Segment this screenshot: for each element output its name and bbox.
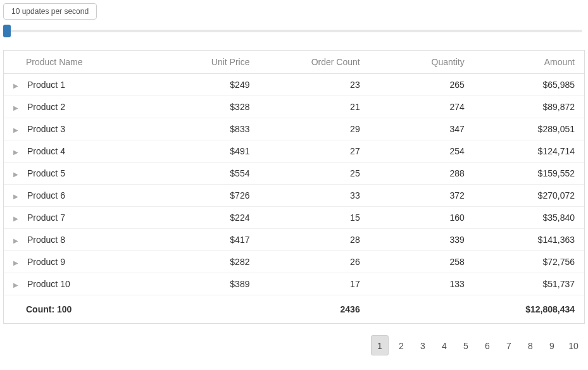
col-header-quantity[interactable]: Quantity: [370, 51, 474, 74]
expand-icon[interactable]: ▶: [13, 82, 21, 89]
page-button-6[interactable]: 6: [479, 336, 496, 356]
cell-product-name: ▶Product 5: [4, 163, 154, 185]
cell-product-name: ▶Product 10: [4, 273, 154, 295]
cell-quantity: 339: [370, 229, 474, 251]
product-name-text: Product 1: [27, 80, 65, 90]
cell-unit-price: $833: [154, 118, 259, 140]
cell-quantity: 347: [370, 118, 474, 140]
table-row: ▶Product 1$24923265$65,985: [4, 74, 584, 96]
footer-amount-total: $12,808,434: [474, 295, 584, 324]
cell-amount: $72,756: [474, 251, 584, 273]
cell-amount: $141,363: [474, 229, 584, 251]
page-button-7[interactable]: 7: [500, 336, 518, 356]
expand-icon[interactable]: ▶: [13, 126, 21, 133]
cell-amount: $124,714: [474, 140, 584, 163]
expand-icon[interactable]: ▶: [13, 104, 21, 111]
data-grid: Product Name Unit Price Order Count Quan…: [3, 50, 585, 324]
page-button-3[interactable]: 3: [414, 336, 432, 356]
col-header-unit-price[interactable]: Unit Price: [154, 51, 259, 74]
footer-row: Count: 100 2436 $12,808,434: [4, 295, 584, 324]
cell-quantity: 288: [370, 163, 474, 185]
cell-quantity: 133: [370, 273, 474, 295]
product-name-text: Product 6: [27, 190, 65, 200]
page-button-4[interactable]: 4: [435, 336, 453, 356]
table-row: ▶Product 9$28226258$72,756: [4, 251, 584, 273]
cell-amount: $65,985: [474, 74, 584, 96]
cell-order-count: 23: [259, 74, 369, 96]
slider-track: [6, 30, 582, 32]
cell-order-count: 27: [259, 140, 369, 163]
cell-product-name: ▶Product 7: [4, 207, 154, 229]
cell-amount: $159,552: [474, 163, 584, 185]
col-header-product-name[interactable]: Product Name: [4, 51, 154, 74]
product-name-text: Product 7: [27, 213, 65, 223]
col-header-order-count[interactable]: Order Count: [259, 51, 369, 74]
expand-icon[interactable]: ▶: [13, 237, 21, 244]
expand-icon[interactable]: ▶: [13, 215, 21, 222]
page-button-5[interactable]: 5: [457, 336, 475, 356]
cell-unit-price: $726: [154, 185, 259, 207]
cell-unit-price: $224: [154, 207, 259, 229]
cell-quantity: 265: [370, 74, 474, 96]
page-button-8[interactable]: 8: [522, 336, 539, 356]
cell-amount: $51,737: [474, 273, 584, 295]
cell-order-count: 15: [259, 207, 369, 229]
cell-order-count: 26: [259, 251, 369, 273]
cell-unit-price: $249: [154, 74, 259, 96]
expand-icon[interactable]: ▶: [13, 149, 21, 156]
footer-unit-price: [154, 295, 259, 324]
product-name-text: Product 5: [27, 168, 65, 178]
cell-unit-price: $417: [154, 229, 259, 251]
cell-unit-price: $389: [154, 273, 259, 295]
col-header-amount[interactable]: Amount: [474, 51, 584, 74]
cell-quantity: 372: [370, 185, 474, 207]
cell-amount: $270,072: [474, 185, 584, 207]
product-name-text: Product 10: [27, 279, 70, 289]
cell-amount: $35,840: [474, 207, 584, 229]
product-name-text: Product 8: [27, 235, 65, 245]
cell-product-name: ▶Product 3: [4, 118, 154, 140]
cell-unit-price: $491: [154, 140, 259, 163]
page-button-1[interactable]: 1: [371, 335, 389, 355]
page-button-9[interactable]: 9: [543, 336, 561, 356]
cell-amount: $289,051: [474, 118, 584, 140]
cell-order-count: 29: [259, 118, 369, 140]
footer-quantity: [370, 295, 474, 324]
cell-product-name: ▶Product 9: [4, 251, 154, 273]
cell-amount: $89,872: [474, 96, 584, 118]
update-rate-slider[interactable]: [3, 23, 585, 37]
expand-icon[interactable]: ▶: [13, 259, 21, 266]
page-button-2[interactable]: 2: [392, 336, 410, 356]
expand-icon[interactable]: ▶: [13, 281, 21, 288]
table-row: ▶Product 6$72633372$270,072: [4, 185, 584, 207]
product-name-text: Product 4: [27, 146, 65, 156]
table-row: ▶Product 8$41728339$141,363: [4, 229, 584, 251]
footer-count: Count: 100: [4, 295, 154, 324]
table-row: ▶Product 5$55425288$159,552: [4, 163, 584, 185]
header-row: Product Name Unit Price Order Count Quan…: [4, 51, 584, 74]
expand-icon[interactable]: ▶: [13, 193, 21, 200]
cell-order-count: 25: [259, 163, 369, 185]
cell-product-name: ▶Product 2: [4, 96, 154, 118]
slider-thumb[interactable]: [3, 25, 11, 37]
cell-order-count: 21: [259, 96, 369, 118]
cell-unit-price: $554: [154, 163, 259, 185]
cell-product-name: ▶Product 8: [4, 229, 154, 251]
cell-quantity: 254: [370, 140, 474, 163]
expand-icon[interactable]: ▶: [13, 171, 21, 178]
product-name-text: Product 3: [27, 124, 65, 134]
cell-quantity: 160: [370, 207, 474, 229]
table-row: ▶Product 4$49127254$124,714: [4, 140, 584, 163]
cell-product-name: ▶Product 4: [4, 140, 154, 163]
table-row: ▶Product 2$32821274$89,872: [4, 96, 584, 118]
cell-unit-price: $328: [154, 96, 259, 118]
cell-order-count: 28: [259, 229, 369, 251]
table-row: ▶Product 3$83329347$289,051: [4, 118, 584, 140]
cell-product-name: ▶Product 6: [4, 185, 154, 207]
table-row: ▶Product 10$38917133$51,737: [4, 273, 584, 295]
cell-order-count: 17: [259, 273, 369, 295]
product-name-text: Product 9: [27, 257, 65, 267]
page-button-10[interactable]: 10: [565, 336, 582, 356]
cell-order-count: 33: [259, 185, 369, 207]
product-name-text: Product 2: [27, 102, 65, 112]
